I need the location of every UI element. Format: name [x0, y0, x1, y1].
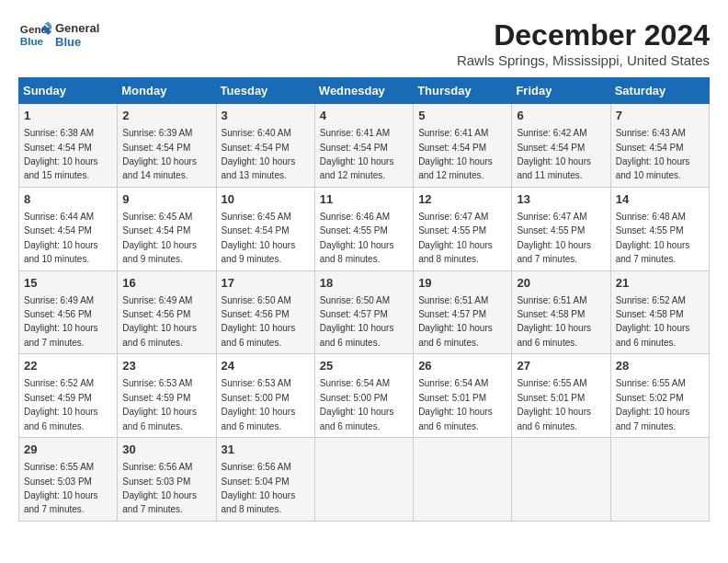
day-info: Sunrise: 6:44 AMSunset: 4:54 PMDaylight:…	[24, 212, 98, 264]
logo-line1: General	[55, 21, 99, 35]
weekday-header: Wednesday	[314, 78, 413, 104]
calendar-day-cell	[314, 438, 413, 522]
calendar-day-cell: 24 Sunrise: 6:53 AMSunset: 5:00 PMDaylig…	[216, 354, 314, 438]
calendar-week-row: 22 Sunrise: 6:52 AMSunset: 4:59 PMDaylig…	[19, 354, 710, 438]
weekday-header: Thursday	[414, 78, 512, 104]
day-number: 27	[517, 358, 605, 374]
day-number: 6	[517, 108, 605, 124]
calendar-day-cell: 28 Sunrise: 6:55 AMSunset: 5:02 PMDaylig…	[610, 354, 709, 438]
month-title: December 2024	[457, 18, 710, 52]
day-info: Sunrise: 6:54 AMSunset: 5:00 PMDaylight:…	[320, 378, 394, 431]
day-info: Sunrise: 6:55 AMSunset: 5:03 PMDaylight:…	[24, 462, 98, 514]
calendar-day-cell: 4 Sunrise: 6:41 AMSunset: 4:54 PMDayligh…	[314, 104, 413, 188]
calendar-day-cell: 6 Sunrise: 6:42 AMSunset: 4:54 PMDayligh…	[512, 104, 610, 188]
calendar-day-cell: 3 Sunrise: 6:40 AMSunset: 4:54 PMDayligh…	[216, 104, 314, 188]
calendar-day-cell: 14 Sunrise: 6:48 AMSunset: 4:55 PMDaylig…	[610, 187, 709, 270]
calendar-day-cell: 15 Sunrise: 6:49 AMSunset: 4:56 PMDaylig…	[19, 270, 118, 354]
calendar-day-cell: 1 Sunrise: 6:38 AMSunset: 4:54 PMDayligh…	[19, 104, 118, 188]
day-info: Sunrise: 6:56 AMSunset: 5:03 PMDaylight:…	[122, 462, 197, 514]
calendar-day-cell: 9 Sunrise: 6:45 AMSunset: 4:54 PMDayligh…	[118, 187, 216, 270]
calendar-day-cell: 31 Sunrise: 6:56 AMSunset: 5:04 PMDaylig…	[216, 438, 314, 522]
calendar-day-cell: 18 Sunrise: 6:50 AMSunset: 4:57 PMDaylig…	[314, 270, 413, 354]
day-number: 13	[517, 191, 605, 208]
day-info: Sunrise: 6:55 AMSunset: 5:01 PMDaylight:…	[517, 378, 591, 431]
calendar-table: SundayMondayTuesdayWednesdayThursdayFrid…	[18, 77, 710, 522]
day-info: Sunrise: 6:41 AMSunset: 4:54 PMDaylight:…	[418, 128, 493, 180]
logo: General Blue General Blue	[18, 18, 99, 52]
calendar-day-cell: 25 Sunrise: 6:54 AMSunset: 5:00 PMDaylig…	[314, 354, 413, 438]
day-number: 29	[24, 442, 112, 458]
page-header: General Blue General Blue December 2024 …	[18, 18, 710, 68]
day-info: Sunrise: 6:52 AMSunset: 4:59 PMDaylight:…	[24, 378, 98, 431]
day-info: Sunrise: 6:51 AMSunset: 4:57 PMDaylight:…	[418, 295, 493, 348]
day-info: Sunrise: 6:47 AMSunset: 4:55 PMDaylight:…	[418, 212, 493, 264]
weekday-header: Tuesday	[216, 78, 314, 104]
calendar-week-row: 29 Sunrise: 6:55 AMSunset: 5:03 PMDaylig…	[19, 438, 710, 522]
calendar-day-cell: 27 Sunrise: 6:55 AMSunset: 5:01 PMDaylig…	[512, 354, 610, 438]
day-info: Sunrise: 6:45 AMSunset: 4:54 PMDaylight:…	[222, 212, 296, 264]
calendar-week-row: 1 Sunrise: 6:38 AMSunset: 4:54 PMDayligh…	[19, 104, 710, 188]
calendar-day-cell: 16 Sunrise: 6:49 AMSunset: 4:56 PMDaylig…	[118, 270, 216, 354]
day-info: Sunrise: 6:42 AMSunset: 4:54 PMDaylight:…	[517, 128, 591, 180]
day-info: Sunrise: 6:40 AMSunset: 4:54 PMDaylight:…	[222, 128, 296, 180]
logo-line2: Blue	[55, 35, 99, 49]
logo-icon: General Blue	[18, 18, 51, 52]
day-info: Sunrise: 6:50 AMSunset: 4:57 PMDaylight:…	[320, 295, 394, 348]
weekday-header: Monday	[118, 78, 216, 104]
calendar-day-cell: 5 Sunrise: 6:41 AMSunset: 4:54 PMDayligh…	[414, 104, 512, 188]
day-number: 31	[222, 442, 310, 458]
day-number: 2	[122, 108, 210, 124]
weekday-header: Sunday	[19, 78, 118, 104]
calendar-header-row: SundayMondayTuesdayWednesdayThursdayFrid…	[19, 78, 710, 104]
day-number: 14	[616, 191, 704, 208]
day-info: Sunrise: 6:55 AMSunset: 5:02 PMDaylight:…	[616, 378, 690, 431]
weekday-header: Friday	[512, 78, 610, 104]
svg-text:Blue: Blue	[20, 35, 44, 47]
day-number: 11	[320, 191, 408, 208]
calendar-day-cell: 2 Sunrise: 6:39 AMSunset: 4:54 PMDayligh…	[118, 104, 216, 188]
day-info: Sunrise: 6:56 AMSunset: 5:04 PMDaylight:…	[222, 462, 296, 514]
day-info: Sunrise: 6:45 AMSunset: 4:54 PMDaylight:…	[122, 212, 197, 264]
calendar-day-cell	[414, 438, 512, 522]
day-number: 3	[222, 108, 310, 124]
day-info: Sunrise: 6:52 AMSunset: 4:58 PMDaylight:…	[616, 295, 690, 348]
calendar-day-cell: 13 Sunrise: 6:47 AMSunset: 4:55 PMDaylig…	[512, 187, 610, 270]
day-number: 5	[418, 108, 506, 124]
day-number: 20	[517, 275, 605, 292]
calendar-day-cell: 7 Sunrise: 6:43 AMSunset: 4:54 PMDayligh…	[610, 104, 709, 188]
day-number: 18	[320, 275, 408, 292]
day-number: 15	[24, 275, 112, 292]
calendar-day-cell: 21 Sunrise: 6:52 AMSunset: 4:58 PMDaylig…	[610, 270, 709, 354]
day-number: 1	[24, 108, 112, 124]
day-number: 9	[122, 191, 210, 208]
day-number: 17	[222, 275, 310, 292]
calendar-day-cell: 20 Sunrise: 6:51 AMSunset: 4:58 PMDaylig…	[512, 270, 610, 354]
day-info: Sunrise: 6:54 AMSunset: 5:01 PMDaylight:…	[418, 378, 493, 431]
day-number: 24	[222, 358, 310, 374]
calendar-day-cell: 11 Sunrise: 6:46 AMSunset: 4:55 PMDaylig…	[314, 187, 413, 270]
day-info: Sunrise: 6:38 AMSunset: 4:54 PMDaylight:…	[24, 128, 98, 180]
day-number: 25	[320, 358, 408, 374]
day-number: 26	[418, 358, 506, 374]
calendar-week-row: 8 Sunrise: 6:44 AMSunset: 4:54 PMDayligh…	[19, 187, 710, 270]
calendar-day-cell: 30 Sunrise: 6:56 AMSunset: 5:03 PMDaylig…	[118, 438, 216, 522]
day-info: Sunrise: 6:47 AMSunset: 4:55 PMDaylight:…	[517, 212, 591, 264]
title-section: December 2024 Rawls Springs, Mississippi…	[457, 18, 710, 68]
calendar-day-cell: 12 Sunrise: 6:47 AMSunset: 4:55 PMDaylig…	[414, 187, 512, 270]
day-info: Sunrise: 6:39 AMSunset: 4:54 PMDaylight:…	[122, 128, 197, 180]
day-number: 28	[616, 358, 704, 374]
day-number: 23	[122, 358, 210, 374]
day-number: 21	[616, 275, 704, 292]
day-number: 4	[320, 108, 408, 124]
day-number: 16	[122, 275, 210, 292]
day-info: Sunrise: 6:53 AMSunset: 4:59 PMDaylight:…	[122, 378, 197, 431]
day-number: 12	[418, 191, 506, 208]
calendar-week-row: 15 Sunrise: 6:49 AMSunset: 4:56 PMDaylig…	[19, 270, 710, 354]
day-info: Sunrise: 6:49 AMSunset: 4:56 PMDaylight:…	[24, 295, 98, 348]
day-number: 8	[24, 191, 112, 208]
calendar-day-cell: 23 Sunrise: 6:53 AMSunset: 4:59 PMDaylig…	[118, 354, 216, 438]
weekday-header: Saturday	[610, 78, 709, 104]
day-number: 7	[616, 108, 704, 124]
location-title: Rawls Springs, Mississippi, United State…	[457, 52, 710, 68]
day-info: Sunrise: 6:53 AMSunset: 5:00 PMDaylight:…	[222, 378, 296, 431]
